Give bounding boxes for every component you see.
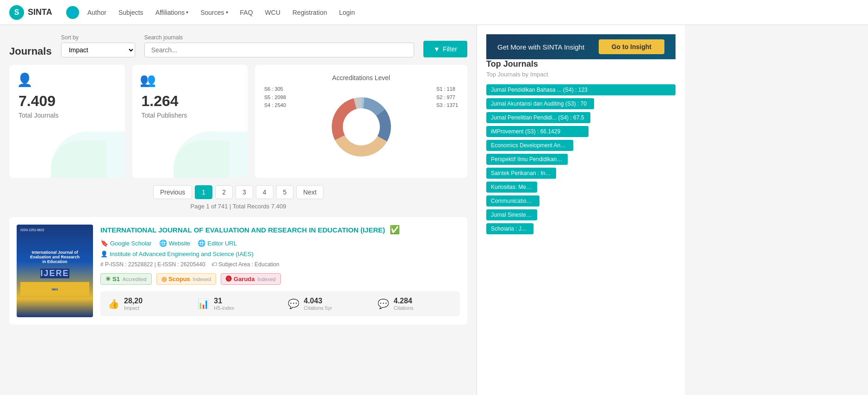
publishers-icon: 👥 <box>140 72 156 88</box>
sort-select[interactable]: Impact <box>61 43 135 57</box>
badge-garuda: 🅖 Garuda Indexed <box>221 273 281 285</box>
pagination: Previous 1 2 3 4 5 Next <box>9 185 467 199</box>
next-button[interactable]: Next <box>296 185 323 199</box>
top-journal-bar-label-6: Saintek Perikanan : Indon... (S4) : 45 <box>486 168 556 179</box>
page-button-4[interactable]: 4 <box>256 185 273 199</box>
top-journal-bar-label-4: Economics Development Ana... (S2) : 56 <box>486 140 573 151</box>
top-journal-bar-5[interactable]: Perspektif Ilmu Pendidikan (S3) : 52.285… <box>486 154 676 165</box>
journal-title: INTERNATIONAL JOURNAL OF EVALUATION AND … <box>100 226 385 234</box>
meta-icon: # <box>100 261 104 268</box>
journal-title-row: INTERNATIONAL JOURNAL OF EVALUATION AND … <box>100 225 460 235</box>
top-journal-bar-label-0: Jurnal Pendidikan Bahasa ... (S4) : 123 <box>486 84 676 95</box>
nav-item-author[interactable]: Author <box>83 6 111 19</box>
website-label: Website <box>169 240 191 247</box>
impact-data: 28,20 Impact <box>124 297 143 311</box>
publishers-number: 1.264 <box>142 93 239 110</box>
top-journal-bar-label-9: Jurnal Sinestesia (S4) : 33.027 <box>486 209 537 220</box>
subject-label: Education <box>254 261 279 268</box>
search-label: Search journals <box>144 34 414 41</box>
top-journal-bar-9[interactable]: Jurnal Sinestesia (S4) : 33.027 <box>486 209 676 220</box>
top-journal-bar-0[interactable]: Jurnal Pendidikan Bahasa ... (S4) : 123 <box>486 84 676 95</box>
chart-right-labels: S1 : 118 S2 : 977 S3 : 1371 <box>436 85 458 110</box>
main-nav: AuthorSubjectsAffiliations▾Sources▾FAQWC… <box>83 6 360 19</box>
donut-segment-3 <box>335 135 387 157</box>
publishers-label: Total Publishers <box>142 112 239 119</box>
stat-citations5yr: 💬 4.043 Citations 5yr <box>280 291 370 316</box>
garuda-tag: Indexed <box>258 276 276 282</box>
impact-label: Impact <box>124 305 143 311</box>
banner-text: Get More with SINTA Insight <box>497 43 584 51</box>
citations5yr-icon: 💬 <box>288 298 299 309</box>
citations5yr-data: 4.043 Citations 5yr <box>304 297 332 311</box>
top-journal-bar-6[interactable]: Saintek Perikanan : Indon... (S4) : 45 <box>486 168 676 179</box>
page-button-3[interactable]: 3 <box>236 185 253 199</box>
garuda-label: Garuda <box>234 276 255 282</box>
scopus-label: Scopus <box>168 276 190 282</box>
donut-chart: S1 : 118 S2 : 977 S3 : 1371 S6 : 305 S5 … <box>264 85 458 169</box>
website-link[interactable]: 🌐 Website <box>159 239 191 247</box>
page-button-5[interactable]: 5 <box>276 185 294 199</box>
label-s2: S2 : 977 <box>436 94 458 102</box>
nav-item-wcu[interactable]: WCU <box>260 6 285 19</box>
top-journal-bar-4[interactable]: Economics Development Ana... (S2) : 56 <box>486 140 676 151</box>
logo[interactable]: S SINTA <box>9 5 52 20</box>
nav-item-login[interactable]: Login <box>335 6 360 19</box>
sidebar: Get More with SINTA Insight Go to Insigh… <box>477 25 685 395</box>
filter-button[interactable]: ▼ Filter <box>423 41 467 57</box>
editor-url-link[interactable]: 🌐 Editor URL <box>198 239 237 247</box>
page-button-2[interactable]: 2 <box>215 185 233 199</box>
citations-icon: 💬 <box>378 298 389 309</box>
scholar-label: Google Scholar <box>110 240 152 247</box>
nav-item-affiliations[interactable]: Affiliations▾ <box>151 6 193 19</box>
garuda-icon: 🅖 <box>226 276 232 282</box>
label-s5: S5 : 2098 <box>264 94 286 102</box>
globe-icon[interactable]: 🌐 <box>66 6 79 19</box>
top-journal-bar-2[interactable]: Jurnal Penelitian Pendidi... (S4) : 67.5 <box>486 112 676 123</box>
top-journals-list: Jurnal Pendidikan Bahasa ... (S4) : 123J… <box>486 84 676 234</box>
logo-text: SINTA <box>28 7 52 17</box>
journal-meta: # P-ISSN : 22528822 | E-ISSN : 26205440 … <box>100 261 460 268</box>
nav-item-faq[interactable]: FAQ <box>236 6 258 19</box>
nav-item-subjects[interactable]: Subjects <box>114 6 148 19</box>
scholar-icon: 🔖 <box>100 239 108 247</box>
top-journal-bar-3[interactable]: iMProvement (S3) : 66.1429 <box>486 126 676 137</box>
journal-affiliation[interactable]: 👤 Institute of Advanced Engineering and … <box>100 251 460 257</box>
main-content: Journals Sort by Impact Search journals … <box>0 25 477 395</box>
filter-icon: ▼ <box>434 45 440 53</box>
sort-label: Sort by <box>61 34 135 41</box>
h5-icon: 📊 <box>198 298 209 309</box>
affil-label: Institute of Advanced Engineering and Sc… <box>110 251 254 257</box>
page-info: Page 1 of 741 | Total Records 7.409 <box>9 203 467 210</box>
e-issn: 26205440 <box>180 261 205 268</box>
nav-item-registration[interactable]: Registration <box>288 6 332 19</box>
top-journal-bar-10[interactable]: Scholaria : Jurnal Pendid... (S3) : 30.0… <box>486 223 676 234</box>
prev-button[interactable]: Previous <box>153 185 192 199</box>
top-journal-bar-8[interactable]: Communication in Biomathe... (S2) : 34.3… <box>486 195 676 207</box>
top-journal-bar-label-1: Jurnal Akuntansi dan Auditing (S3) : 70 <box>486 98 594 109</box>
s1-label: S1 <box>112 276 120 282</box>
google-scholar-link[interactable]: 🔖 Google Scholar <box>100 239 152 247</box>
sidebar-title: Top Journals <box>486 59 676 69</box>
journal-body: INTERNATIONAL JOURNAL OF EVALUATION AND … <box>100 225 460 317</box>
affil-icon: 👤 <box>100 251 108 257</box>
top-journal-bar-7[interactable]: Kuriositas: Media Komunik... (S3) : 33 <box>486 182 676 193</box>
h5-data: 31 H5-index <box>214 297 234 311</box>
page-title-block: Journals <box>9 45 52 57</box>
journal-badges: ✳ S1 Accredited ◎ Scopus Indexed 🅖 Garud… <box>100 273 460 285</box>
page-title: Journals <box>9 45 52 57</box>
verified-icon: ✅ <box>390 225 400 235</box>
search-input[interactable] <box>144 43 414 57</box>
cover-title: International Journal ofEvaluation and R… <box>30 250 80 264</box>
nav-item-sources[interactable]: Sources▾ <box>196 6 232 19</box>
editor-icon: 🌐 <box>198 239 205 247</box>
label-s4: S4 : 2540 <box>264 101 286 110</box>
logo-icon: S <box>9 5 24 20</box>
search-group: Search journals <box>144 34 414 57</box>
top-journal-bar-1[interactable]: Jurnal Akuntansi dan Auditing (S3) : 70 <box>486 98 676 109</box>
journal-cover-inner: ISSN 2252-8822 International Journal ofE… <box>17 225 93 317</box>
journals-icon: 👤 <box>17 72 33 88</box>
citations5yr-label: Citations 5yr <box>304 305 332 311</box>
label-s3: S3 : 1371 <box>436 101 458 110</box>
insight-button[interactable]: Go to Insight <box>599 39 664 54</box>
page-button-1[interactable]: 1 <box>195 185 212 199</box>
